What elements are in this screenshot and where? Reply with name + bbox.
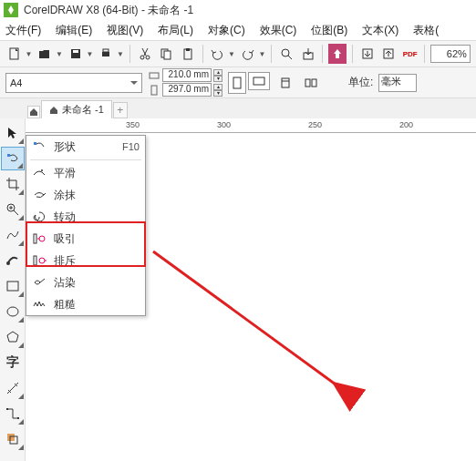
page-width-input[interactable]: 210.0 mm	[162, 68, 212, 82]
artistic-media-tool[interactable]	[1, 249, 25, 272]
flyout-label: 粗糙	[54, 297, 140, 312]
svg-rect-4	[103, 49, 109, 52]
freehand-tool[interactable]	[1, 223, 25, 247]
redo-dropdown[interactable]: ▼	[258, 50, 265, 58]
redo-button[interactable]	[239, 44, 257, 64]
connector-tool[interactable]	[1, 402, 25, 425]
paste-button[interactable]	[179, 44, 197, 64]
document-tab[interactable]: 未命名 -1	[41, 100, 112, 118]
pages-toggle-1[interactable]	[275, 73, 295, 93]
ruler-tick: 200	[399, 120, 413, 129]
flyout-smudge[interactable]: 沾染	[26, 271, 145, 293]
width-icon	[148, 69, 160, 82]
flyout-shape[interactable]: 形状 F10	[26, 136, 145, 158]
svg-rect-15	[150, 73, 159, 78]
menu-bar: 文件(F) 编辑(E) 视图(V) 布局(L) 对象(C) 效果(C) 位图(B…	[0, 20, 476, 40]
pages-toggle-2[interactable]	[301, 73, 321, 93]
copy-button[interactable]	[157, 44, 175, 64]
orientation-group	[228, 72, 270, 94]
svg-point-11	[282, 49, 289, 56]
flyout-label: 排斥	[54, 253, 140, 269]
property-bar: A4 210.0 mm ▴▾ 297.0 mm ▴▾ 单位: 毫米	[0, 67, 476, 98]
pick-tool[interactable]	[1, 121, 25, 145]
publish-button[interactable]	[328, 44, 347, 64]
drop-shadow-tool[interactable]	[1, 427, 25, 451]
smooth-icon	[32, 166, 47, 180]
flyout-repel[interactable]: 排斥	[26, 250, 145, 271]
ruler-tick: 300	[217, 120, 231, 129]
print-dropdown[interactable]: ▼	[117, 50, 124, 58]
zoom-tool[interactable]	[1, 198, 25, 221]
menu-bitmap[interactable]: 位图(B)	[311, 23, 347, 38]
menu-edit[interactable]: 编辑(E)	[56, 23, 92, 38]
height-spinner[interactable]: ▴▾	[213, 84, 222, 97]
svg-rect-22	[312, 79, 316, 87]
horizontal-ruler: 350 300 250 200	[26, 118, 476, 133]
pdf-icon[interactable]: PDF	[401, 44, 419, 64]
text-tool[interactable]: 字	[1, 351, 25, 374]
polygon-tool[interactable]	[1, 325, 25, 349]
flyout-attract[interactable]: 吸引	[26, 228, 145, 250]
undo-dropdown[interactable]: ▼	[228, 50, 235, 58]
cut-button[interactable]	[136, 44, 154, 64]
svg-rect-16	[151, 86, 157, 95]
unit-select[interactable]: 毫米	[378, 74, 417, 92]
svg-rect-18	[254, 77, 264, 85]
ellipse-tool[interactable]	[1, 300, 25, 323]
twirl-icon	[32, 210, 47, 224]
svg-rect-8	[164, 51, 171, 59]
zoom-input[interactable]: 62%	[430, 45, 471, 63]
save-dropdown[interactable]: ▼	[87, 50, 94, 58]
page-height-input[interactable]: 297.0 mm	[162, 83, 212, 97]
export-pdf-button[interactable]	[379, 44, 398, 64]
new-tab-button[interactable]: +	[113, 102, 128, 118]
menu-view[interactable]: 视图(V)	[107, 23, 143, 38]
menu-effect[interactable]: 效果(C)	[260, 23, 297, 38]
svg-point-37	[39, 258, 45, 263]
flyout-shortcut: F10	[122, 141, 140, 152]
save-button[interactable]	[67, 44, 85, 64]
page-dimensions: 210.0 mm ▴▾ 297.0 mm ▴▾	[148, 68, 222, 97]
search-button[interactable]	[277, 44, 295, 64]
attract-icon	[32, 231, 47, 246]
shape-icon	[32, 139, 47, 154]
export-button[interactable]	[358, 44, 377, 64]
landscape-button[interactable]	[248, 72, 270, 90]
flyout-roughen[interactable]: 粗糙	[26, 293, 145, 315]
flyout-smear[interactable]: 涂抹	[26, 184, 145, 206]
crop-tool[interactable]	[1, 172, 25, 196]
shape-tool[interactable]	[1, 147, 25, 170]
svg-rect-21	[305, 79, 310, 87]
menu-text[interactable]: 文本(X)	[362, 23, 398, 38]
svg-rect-3	[102, 52, 109, 56]
flyout-twirl[interactable]: 转动	[26, 206, 145, 228]
rectangle-tool[interactable]	[1, 274, 25, 298]
open-button[interactable]	[36, 44, 54, 64]
page-preset-select[interactable]: A4	[5, 73, 142, 93]
flyout-label: 涂抹	[54, 188, 140, 203]
portrait-button[interactable]	[228, 72, 246, 94]
menu-object[interactable]: 对象(C)	[208, 23, 245, 38]
menu-table[interactable]: 表格(	[413, 23, 439, 38]
print-button[interactable]	[97, 44, 115, 64]
workspace: 字 350 300 250 200 形状 F10 平滑 涂抹 转动	[0, 118, 476, 461]
menu-layout[interactable]: 布局(L)	[158, 23, 193, 38]
welcome-tab[interactable]	[27, 106, 40, 118]
menu-file[interactable]: 文件(F)	[5, 23, 41, 38]
separator	[424, 45, 425, 63]
open-dropdown[interactable]: ▼	[56, 50, 63, 58]
svg-point-35	[39, 236, 45, 241]
new-button[interactable]	[5, 44, 24, 64]
svg-point-33	[41, 169, 43, 171]
import-button[interactable]	[299, 44, 317, 64]
separator	[129, 45, 130, 63]
app-logo	[4, 3, 18, 17]
flyout-smooth[interactable]: 平滑	[26, 162, 145, 184]
flyout-separator	[30, 159, 141, 160]
undo-button[interactable]	[208, 44, 226, 64]
svg-point-6	[146, 56, 150, 59]
new-dropdown[interactable]: ▼	[26, 50, 33, 58]
width-spinner[interactable]: ▴▾	[213, 69, 222, 82]
smear-icon	[32, 188, 47, 202]
parallel-dim-tool[interactable]	[1, 376, 25, 400]
